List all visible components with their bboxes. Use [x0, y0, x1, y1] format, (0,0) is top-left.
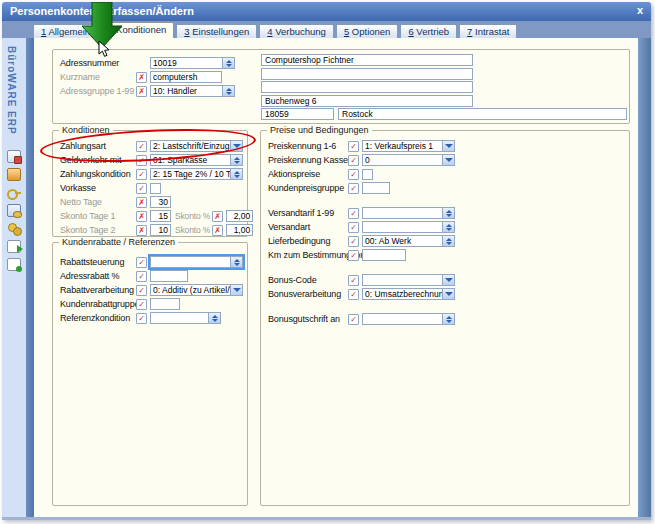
bonusverarbeitung-value: 0: Umsatzberechnung Adr — [363, 289, 442, 299]
kurzname-field[interactable]: computersh — [150, 71, 222, 83]
check-toggle-icon[interactable]: ✓ — [136, 313, 147, 324]
zahlungskondition-field[interactable]: 2: 15 Tage 2% / 10 Tag — [150, 168, 243, 180]
check-toggle-icon[interactable]: ✓ — [348, 208, 359, 219]
check-toggle-icon[interactable]: ✓ — [136, 285, 147, 296]
close-icon[interactable]: x — [637, 4, 643, 16]
versandart-field[interactable] — [362, 221, 455, 233]
check-toggle-icon[interactable]: ✓ — [348, 275, 359, 286]
dropdown-arrow-icon[interactable] — [442, 141, 454, 151]
skonto-tage-2-input[interactable]: 10 — [150, 224, 171, 236]
tab-einstellungen[interactable]: 3 Einstellungen — [176, 24, 257, 38]
check-toggle-icon[interactable]: ✓ — [136, 271, 147, 282]
adressrabatt-%-input[interactable] — [150, 270, 188, 282]
notes-icon[interactable] — [7, 150, 21, 163]
geldverkehr-mit-field[interactable]: 01: Sparkasse — [150, 154, 243, 166]
check-toggle-icon[interactable]: ✓ — [348, 155, 359, 166]
tab-konditionen[interactable]: 2 Konditionen — [100, 22, 174, 38]
hand-coins-icon[interactable] — [7, 222, 21, 235]
row-preiskennung-kasse: Preiskennung Kasse✓0 — [268, 154, 626, 166]
bonusverarbeitung-field[interactable]: 0: Umsatzberechnung Adr — [362, 288, 455, 300]
adressnummer-field[interactable]: 10019 — [150, 57, 235, 69]
adressgruppe-1-99-field[interactable]: 10: Händler — [150, 85, 235, 97]
km-zum-bestimmungsort-label: Km zum Bestimmungsort — [268, 250, 348, 260]
preiskennung-kasse-field[interactable]: 0 — [362, 154, 455, 166]
spinner-icon[interactable] — [442, 314, 454, 324]
spinner-icon[interactable] — [230, 155, 242, 165]
skonto-tage-1-skonto-%-input[interactable]: 2,00 — [226, 210, 253, 222]
check-toggle-icon[interactable]: ✓ — [136, 183, 147, 194]
document-export-icon[interactable] — [7, 240, 21, 253]
referenzkondition-field[interactable] — [150, 312, 221, 324]
bonusgutschrift-an-field[interactable] — [362, 313, 455, 325]
spinner-icon[interactable] — [230, 257, 242, 267]
check-toggle-icon[interactable]: ✓ — [348, 141, 359, 152]
arrow-glyph — [445, 158, 453, 162]
company-name-field[interactable]: Computershop Fichtner — [261, 54, 473, 66]
dropdown-arrow-icon[interactable] — [442, 155, 454, 165]
rabattverarbeitung-value: 0: Additiv (zu Artikel/WGR — [151, 285, 230, 295]
folder-icon[interactable] — [7, 168, 21, 181]
brand-logo: BüroWARE ERP — [6, 46, 17, 135]
clear-toggle-icon[interactable]: ✗ — [136, 86, 147, 97]
dropdown-arrow-icon[interactable] — [230, 141, 242, 151]
city-field[interactable]: Rostock — [338, 108, 627, 120]
check-toggle-icon[interactable]: ✓ — [136, 299, 147, 310]
kundenrabattgruppe-input[interactable] — [150, 298, 180, 310]
check-toggle-icon[interactable]: ✓ — [136, 141, 147, 152]
clear-toggle-icon[interactable]: ✗ — [136, 211, 147, 222]
clear-toggle-icon[interactable]: ✗ — [136, 72, 147, 83]
check-toggle-icon[interactable]: ✓ — [348, 169, 359, 180]
clear-toggle-icon[interactable]: ✗ — [212, 211, 223, 222]
spinner-icon[interactable] — [208, 313, 220, 323]
check-toggle-icon[interactable]: ✓ — [136, 169, 147, 180]
row-versandart: Versandart✓ — [268, 221, 626, 233]
dropdown-arrow-icon[interactable] — [442, 275, 454, 285]
aktionspreise-checkbox[interactable] — [362, 169, 373, 180]
street-field[interactable]: Buchenweg 6 — [261, 95, 473, 107]
clear-toggle-icon[interactable]: ✗ — [136, 225, 147, 236]
check-toggle-icon[interactable]: ✓ — [136, 155, 147, 166]
check-toggle-icon[interactable]: ✓ — [348, 222, 359, 233]
lieferbedingung-field[interactable]: 00: Ab Werk — [362, 235, 455, 247]
skonto-tage-2-skonto-%-input[interactable]: 1,00 — [226, 224, 253, 236]
name3-field[interactable] — [261, 81, 473, 93]
check-toggle-icon[interactable]: ✓ — [348, 250, 359, 261]
rabattverarbeitung-field[interactable]: 0: Additiv (zu Artikel/WGR — [150, 284, 243, 296]
zahlungsart-field[interactable]: 2: Lastschrift/Einzugserm — [150, 140, 243, 152]
spinner-icon[interactable] — [442, 222, 454, 232]
spinner-icon[interactable] — [442, 208, 454, 218]
spinner-icon[interactable] — [230, 169, 242, 179]
check-toggle-icon[interactable]: ✓ — [136, 257, 147, 268]
check-toggle-icon[interactable]: ✓ — [348, 236, 359, 247]
dropdown-arrow-icon[interactable] — [230, 285, 242, 295]
check-toggle-icon[interactable]: ✓ — [348, 183, 359, 194]
name2-field[interactable] — [261, 68, 473, 80]
tab-vertrieb[interactable]: 6 Vertrieb — [400, 24, 457, 38]
document-add-icon[interactable] — [7, 258, 21, 271]
clear-toggle-icon[interactable]: ✗ — [212, 225, 223, 236]
key-icon[interactable] — [7, 186, 21, 199]
kundenpreisgruppe-input[interactable] — [362, 182, 390, 194]
tab-optionen[interactable]: 5 Optionen — [336, 24, 399, 38]
rabattsteuerung-field[interactable] — [150, 256, 243, 268]
clear-toggle-icon[interactable]: ✗ — [136, 197, 147, 208]
vorkasse-checkbox[interactable] — [150, 183, 161, 194]
preiskennung-1-6-field[interactable]: 1: Verkaufspreis 1 — [362, 140, 455, 152]
versandtarif-1-99-field[interactable] — [362, 207, 455, 219]
km-zum-bestimmungsort-input[interactable] — [362, 249, 406, 261]
tab-intrastat[interactable]: 7 Intrastat — [459, 24, 517, 38]
check-toggle-icon[interactable]: ✓ — [348, 289, 359, 300]
tab-verbuchung[interactable]: 4 Verbuchung — [259, 24, 334, 38]
down-glyph — [446, 320, 452, 323]
netto-tage-input[interactable]: 30 — [150, 196, 171, 208]
calculator-coins-icon[interactable] — [7, 204, 21, 217]
dropdown-arrow-icon[interactable] — [442, 289, 454, 299]
skonto-tage-1-input[interactable]: 15 — [150, 210, 171, 222]
zip-field[interactable]: 18059 — [261, 108, 334, 120]
spinner-icon[interactable] — [222, 86, 234, 96]
check-toggle-icon[interactable]: ✓ — [348, 314, 359, 325]
spinner-icon[interactable] — [222, 58, 234, 68]
spinner-icon[interactable] — [442, 236, 454, 246]
tab-allgemein[interactable]: 1 Allgemein — [33, 24, 98, 38]
bonus-code-field[interactable] — [362, 274, 455, 286]
